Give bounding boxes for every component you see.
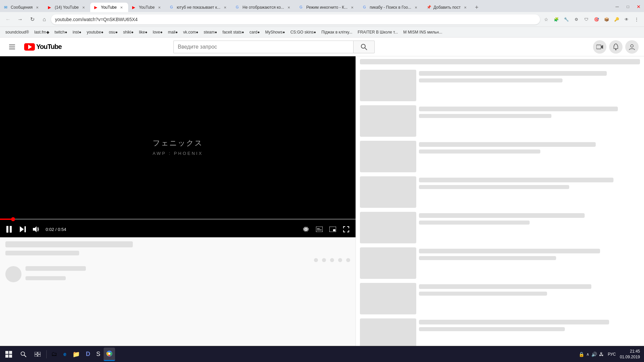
skeleton-title-2: [5, 251, 79, 255]
taskbar-app-discord[interactable]: D: [83, 348, 93, 361]
taskbar-app-steam[interactable]: S: [94, 348, 103, 361]
play-pause-button[interactable]: [4, 224, 15, 235]
extension-7-btn[interactable]: 🔑: [612, 15, 621, 24]
fullscreen-button[interactable]: [341, 224, 352, 235]
bookmark-star-btn[interactable]: ☆: [541, 15, 551, 24]
taskbar-app-folder[interactable]: 📁: [70, 348, 83, 361]
home-button[interactable]: ⌂: [39, 14, 50, 25]
tab-pikaboo[interactable]: G пикабу - Поиск в Гоо... ✕: [359, 3, 423, 12]
taskbar-chevron-icon[interactable]: ∧: [586, 352, 589, 357]
tab-no-display[interactable]: G Не отображаются ко... ✕: [232, 3, 296, 12]
window-close-btn[interactable]: ✕: [633, 1, 644, 12]
extension-1-btn[interactable]: 🧩: [551, 15, 561, 24]
taskbar-network-icon[interactable]: 🖧: [599, 352, 604, 357]
bookmark-card[interactable]: card●: [247, 28, 263, 36]
forward-button[interactable]: →: [15, 14, 25, 25]
sidebar-meta-6: [419, 247, 640, 260]
taskbar-language: РУС: [608, 352, 616, 357]
more-menu-btn[interactable]: ⋮: [632, 15, 641, 24]
extension-4-btn[interactable]: 🛡: [582, 15, 591, 24]
bookmark-fraiter[interactable]: FRAITER В Школе т...: [355, 28, 400, 36]
tab-yt-watch[interactable]: ▶ YouTube ✕: [128, 3, 166, 12]
miniplayer-button[interactable]: [327, 224, 338, 235]
tab-yt-active[interactable]: ▶ YouTube ✕: [90, 3, 128, 12]
window-minimize-btn[interactable]: ─: [612, 1, 623, 12]
bookmark-youtube[interactable]: youtube●: [84, 28, 106, 36]
next-button[interactable]: [17, 224, 28, 235]
progress-bar-track[interactable]: [0, 219, 356, 220]
bookmark-mism[interactable]: M MISM INS мильн...: [400, 28, 445, 36]
tab-close-no-display[interactable]: ✕: [286, 5, 291, 10]
video-player[interactable]: フェニックス AWP : Phoenix: [0, 56, 356, 237]
taskbar-taskview-btn[interactable]: [31, 348, 44, 361]
yt-menu-button[interactable]: [5, 40, 19, 54]
bookmark-shiki[interactable]: shiki●: [120, 28, 136, 36]
tab-close-yt-watch[interactable]: ✕: [157, 5, 162, 10]
bookmark-inst[interactable]: inst●: [70, 28, 84, 36]
extension-8-btn[interactable]: 👁: [622, 15, 631, 24]
sidebar-line-2a: [419, 107, 618, 111]
bookmark-pidjak[interactable]: Піджак в клітку...: [319, 28, 355, 36]
bookmark-faceit[interactable]: faceit stats●: [220, 28, 247, 36]
start-button[interactable]: [1, 347, 16, 362]
tab-add-post[interactable]: 📌 Добавить пост ✕: [423, 3, 472, 12]
extension-2-btn[interactable]: 🔧: [561, 15, 571, 24]
tab-close-ytub-no[interactable]: ✕: [222, 5, 228, 10]
tab-close-messages[interactable]: ✕: [35, 5, 40, 10]
tab-close-yt-active[interactable]: ✕: [119, 5, 124, 10]
volume-button[interactable]: [31, 224, 42, 235]
subtitles-button[interactable]: [314, 224, 325, 235]
fullscreen-icon: [343, 226, 349, 232]
taskbar-search-btn[interactable]: [17, 348, 30, 361]
window-maximize-btn[interactable]: □: [623, 1, 633, 12]
sidebar-line-5b: [419, 221, 530, 225]
yt-video-section: フェニックス AWP : Phoenix: [0, 56, 356, 346]
bookmark-soundcloud[interactable]: soundcloud®: [3, 28, 32, 36]
settings-button[interactable]: [301, 224, 311, 235]
taskbar-volume-icon[interactable]: 🔊: [591, 352, 597, 357]
bookmark-mail[interactable]: mail●: [165, 28, 180, 36]
tab-incognito[interactable]: G Режим инкогнито - К... ✕: [296, 3, 359, 12]
bookmark-myshows[interactable]: MyShows●: [262, 28, 287, 36]
svg-rect-26: [35, 352, 37, 354]
tab-label-messages: Сообщения: [11, 5, 33, 10]
dot-3: [330, 258, 334, 262]
tab-ytub-no[interactable]: G ютуб не показывает к... ✕: [166, 3, 232, 12]
yt-notifications-btn[interactable]: [609, 40, 623, 54]
taskbar-app-chrome[interactable]: [104, 348, 115, 361]
address-bar[interactable]: [51, 14, 540, 24]
bookmark-steam[interactable]: steam●: [201, 28, 220, 36]
extension-6-btn[interactable]: 📦: [602, 15, 611, 24]
tab-messages[interactable]: ✉ Сообщения ✕: [0, 3, 44, 12]
bookmark-csgo[interactable]: CS:GO skins●: [288, 28, 319, 36]
extension-3-btn[interactable]: ⚙: [572, 15, 581, 24]
bookmark-like[interactable]: like●: [136, 28, 150, 36]
tab-close-yt14[interactable]: ✕: [81, 5, 86, 10]
taskbar-app-explorer[interactable]: 🗂: [49, 348, 60, 361]
sidebar-line-4b: [419, 185, 569, 189]
tab-close-incognito[interactable]: ✕: [350, 5, 355, 10]
bookmark-twitch[interactable]: twitch●: [52, 28, 70, 36]
bookmark-lastfm[interactable]: last.fm◆: [32, 28, 52, 36]
bookmark-osu[interactable]: osu●: [106, 28, 120, 36]
yt-search-button[interactable]: [353, 41, 375, 53]
yt-search-input[interactable]: [173, 41, 353, 53]
tab-favicon-ytub-no: G: [170, 5, 175, 10]
tab-close-add-post[interactable]: ✕: [463, 5, 468, 10]
discord-icon: D: [86, 351, 90, 358]
bookmark-vk[interactable]: vk.com●: [180, 28, 201, 36]
back-button[interactable]: ←: [3, 14, 13, 25]
yt-logo-text: YouTube: [36, 43, 62, 51]
new-tab-button[interactable]: +: [472, 3, 481, 12]
taskbar-time-block[interactable]: 21:45 01.09.2019: [620, 349, 640, 360]
extension-5-btn[interactable]: 🎯: [592, 15, 601, 24]
tab-close-pikaboo[interactable]: ✕: [413, 5, 419, 10]
yt-upload-btn[interactable]: [593, 40, 606, 54]
yt-logo[interactable]: YouTube: [24, 43, 62, 51]
taskbar-app-edge[interactable]: e: [61, 348, 69, 361]
reload-button[interactable]: ↻: [27, 14, 38, 25]
svg-marker-6: [601, 45, 603, 49]
tab-yt14[interactable]: ▶ (14) YouTube ✕: [44, 3, 90, 12]
bookmark-love[interactable]: love●: [150, 28, 165, 36]
yt-account-btn[interactable]: [625, 40, 639, 54]
